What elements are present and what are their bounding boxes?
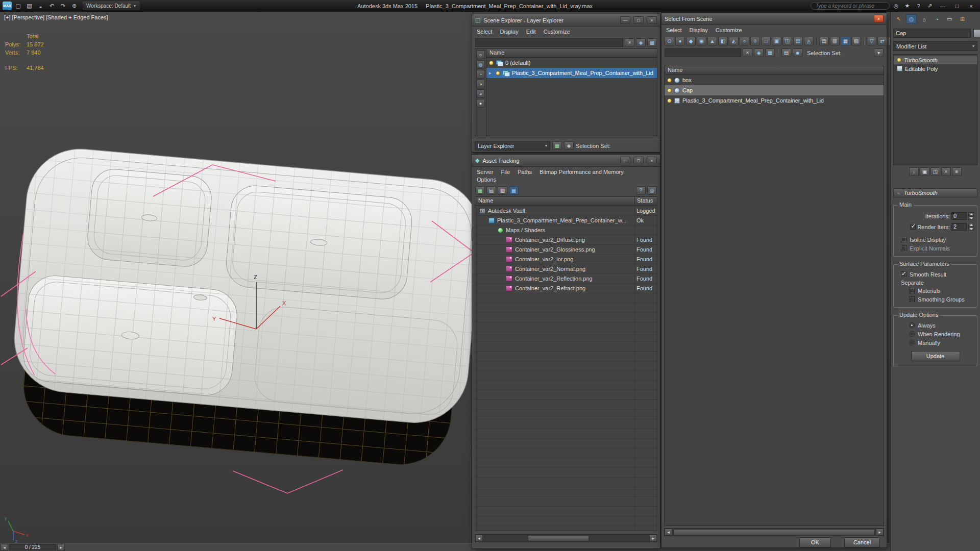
status-column-header[interactable]: Status: [634, 197, 657, 206]
visibility-bulb-icon[interactable]: [667, 88, 672, 93]
visibility-bulb-icon[interactable]: [496, 71, 500, 76]
help-icon[interactable]: ?: [914, 2, 923, 10]
menu-select[interactable]: Select: [666, 27, 682, 33]
materials-checkbox[interactable]: [909, 288, 915, 293]
selection-set-dropdown-icon[interactable]: ▾: [874, 48, 884, 57]
render-iters-spinner[interactable]: [968, 223, 974, 231]
visibility-bulb-icon[interactable]: [489, 61, 494, 65]
next-frame-button[interactable]: ▸: [57, 544, 65, 551]
asset-row-glossiness-map[interactable]: Container_var2_Glossiness.png Found: [475, 245, 657, 255]
new-scene-icon[interactable]: ▢: [13, 2, 23, 10]
clear-search-icon[interactable]: ×: [625, 38, 634, 47]
display-tab-icon[interactable]: ▭: [944, 14, 955, 24]
menu-edit[interactable]: Edit: [526, 29, 536, 35]
filter-xrefs-icon[interactable]: ◊: [750, 37, 760, 45]
browse-assets-icon[interactable]: ◎: [647, 186, 657, 195]
modify-tab-icon[interactable]: ◎: [906, 14, 917, 24]
details-view-icon[interactable]: ▦: [509, 186, 519, 195]
filter-containers-icon[interactable]: ▣: [772, 37, 781, 45]
menu-customize[interactable]: Customize: [716, 27, 742, 33]
make-unique-icon[interactable]: ◳: [930, 167, 940, 176]
filter-lights-icon[interactable]: ◑: [476, 80, 485, 88]
asset-row-normal-map[interactable]: Container_var2_Normal.png Found: [475, 264, 657, 274]
maximize-button[interactable]: □: [950, 2, 963, 10]
visibility-bulb-icon[interactable]: [667, 98, 672, 103]
smoothing-groups-checkbox[interactable]: [909, 296, 915, 302]
view-list-icon[interactable]: ▤: [819, 37, 829, 45]
filter-lights-icon[interactable]: ◉: [697, 37, 706, 45]
close-icon[interactable]: ×: [647, 16, 657, 24]
viewport-label[interactable]: [+] [Perspective] [Shaded + Edged Faces]: [4, 14, 108, 20]
remove-modifier-icon[interactable]: ×: [941, 167, 951, 176]
filter-space-warps-icon[interactable]: ◭: [729, 37, 739, 45]
update-button[interactable]: Update: [911, 351, 960, 361]
asset-row-diffuse-map[interactable]: Container_var2_Diffuse.png Found: [475, 235, 657, 245]
community-icon[interactable]: ◎: [891, 2, 901, 10]
menu-server[interactable]: Server: [477, 169, 493, 175]
close-icon[interactable]: ×: [874, 15, 884, 22]
scroll-right-icon[interactable]: ▸: [649, 535, 657, 542]
object-row-plastic-container[interactable]: Plastic_3_Compartment_Meal_Prep_Containe…: [665, 95, 884, 106]
show-end-result-icon[interactable]: ▣: [920, 167, 929, 176]
asset-row-maps-shaders[interactable]: Maps / Shaders: [475, 226, 657, 235]
filter-geometry-icon[interactable]: ●: [675, 37, 685, 45]
visibility-bulb-icon[interactable]: [667, 78, 672, 83]
open-file-icon[interactable]: ▤: [24, 2, 34, 10]
exchange-icon[interactable]: ⇗: [925, 2, 935, 10]
thumbnail-view-icon[interactable]: ▧: [498, 186, 507, 195]
asset-row-refract-map[interactable]: Container_var2_Refract.png Found: [475, 284, 657, 293]
modifier-stack-item-turbosmooth[interactable]: TurboSmooth: [894, 56, 977, 64]
layer-row-plastic-container[interactable]: ▸ Plastic_3_Compartment_Meal_Prep_Contai…: [486, 68, 657, 78]
motion-tab-icon[interactable]: ◔: [932, 14, 942, 24]
smooth-result-checkbox[interactable]: [901, 271, 906, 277]
scene-search-input[interactable]: [475, 38, 623, 47]
always-radio[interactable]: [909, 322, 915, 328]
search-filter-icon[interactable]: ◈: [636, 38, 646, 47]
filter-helpers-icon[interactable]: ◧: [718, 37, 728, 45]
layer-row-default[interactable]: 0 (default): [486, 58, 657, 68]
workspace-dropdown[interactable]: Workspace: Default ▾: [83, 2, 139, 10]
layer-mode-icon[interactable]: ▦: [552, 141, 562, 150]
pin-stack-icon[interactable]: ↓: [909, 167, 919, 176]
refresh-status-icon[interactable]: ?: [636, 186, 646, 195]
scrollbar-thumb[interactable]: [673, 529, 875, 535]
filter-geometry-icon[interactable]: ◍: [476, 60, 485, 69]
asset-row-scene-file[interactable]: Plastic_3_Compartment_Meal_Prep_Containe…: [475, 216, 657, 226]
menu-select[interactable]: Select: [477, 29, 493, 35]
ok-button[interactable]: OK: [799, 537, 831, 547]
explicit-normals-checkbox[interactable]: [901, 245, 906, 251]
previous-frame-button[interactable]: ◂: [1, 544, 8, 551]
menu-customize[interactable]: Customize: [544, 29, 570, 35]
minimize-icon[interactable]: —: [620, 157, 630, 164]
close-icon[interactable]: ×: [647, 157, 657, 164]
schematic-mode-icon[interactable]: ◈: [564, 141, 574, 150]
view-details-icon[interactable]: ▦: [841, 37, 850, 45]
scroll-left-icon[interactable]: ◂: [665, 529, 672, 536]
turbosmooth-rollout-header[interactable]: − TurboSmooth: [893, 188, 977, 197]
filter-all-icon[interactable]: ○: [476, 51, 485, 59]
configure-modifier-sets-icon[interactable]: ≡: [952, 167, 962, 176]
close-button[interactable]: ×: [965, 2, 977, 10]
hierarchy-tab-icon[interactable]: ⌂: [919, 14, 929, 24]
filter-materials-icon[interactable]: ◫: [782, 37, 792, 45]
iterations-spinner[interactable]: [968, 212, 974, 220]
object-name-field[interactable]: [893, 29, 971, 38]
maximize-icon[interactable]: □: [633, 157, 644, 164]
undo-icon[interactable]: ↶: [47, 2, 57, 10]
max-logo[interactable]: MAX: [3, 2, 12, 10]
clear-search-icon[interactable]: ×: [743, 48, 752, 57]
cancel-button[interactable]: Cancel: [844, 537, 880, 547]
scrollbar-thumb[interactable]: [528, 535, 589, 541]
modifier-enabled-icon[interactable]: [897, 58, 901, 62]
expand-arrow-icon[interactable]: ▸: [489, 70, 493, 76]
advanced-search-icon[interactable]: ▦: [765, 48, 775, 57]
redo-icon[interactable]: ↷: [58, 2, 68, 10]
menu-file[interactable]: File: [501, 169, 510, 175]
minimize-icon[interactable]: —: [620, 16, 630, 24]
select-search-input[interactable]: [665, 48, 741, 57]
menu-paths[interactable]: Paths: [518, 169, 532, 175]
menu-display[interactable]: Display: [690, 27, 708, 33]
filter-shapes-icon[interactable]: ◆: [686, 37, 696, 45]
asset-row-ior-map[interactable]: Container_var2_ior.png Found: [475, 255, 657, 264]
scroll-right-icon[interactable]: ▸: [876, 529, 884, 536]
